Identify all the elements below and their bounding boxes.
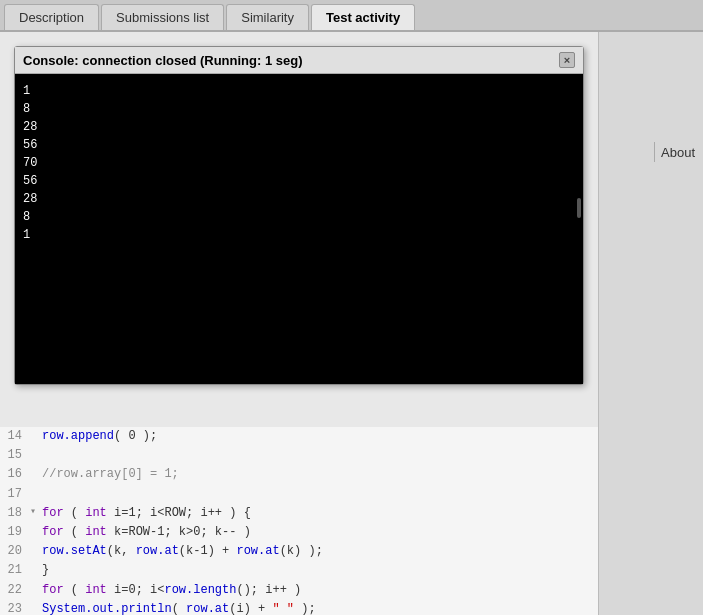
line-number: 18 (0, 504, 30, 523)
line-number: 21 (0, 561, 30, 580)
line-number: 15 (0, 446, 30, 465)
tab-submissions-list[interactable]: Submissions list (101, 4, 224, 30)
tab-test-activity[interactable]: Test activity (311, 4, 415, 30)
line-number: 17 (0, 485, 30, 504)
code-line: 14row.append( 0 ); (0, 427, 598, 446)
code-line: 15 (0, 446, 598, 465)
code-area: 14row.append( 0 );1516//row.array[0] = 1… (0, 427, 598, 615)
code-text: row.append( 0 ); (42, 427, 157, 446)
vertical-divider (654, 142, 655, 162)
console-line: 56 (23, 136, 575, 154)
console-line: 1 (23, 82, 575, 100)
about-section: About (599, 142, 703, 162)
code-line: 16//row.array[0] = 1; (0, 465, 598, 484)
console-output: 18285670562881 (15, 74, 583, 384)
line-number: 16 (0, 465, 30, 484)
code-line: 23 System.out.println( row.at(i) + " " )… (0, 600, 598, 615)
line-number: 23 (0, 600, 30, 615)
code-text: //row.array[0] = 1; (42, 465, 179, 484)
console-close-button[interactable]: × (559, 52, 575, 68)
console-line: 28 (23, 118, 575, 136)
code-text: for ( int i=0; i<row.length(); i++ ) (42, 581, 301, 600)
code-line: 20 row.setAt(k, row.at(k-1) + row.at(k) … (0, 542, 598, 561)
code-text: for ( int k=ROW-1; k>0; k-- ) (42, 523, 251, 542)
console-line: 56 (23, 172, 575, 190)
code-line: 17 (0, 485, 598, 504)
code-line: 19 for ( int k=ROW-1; k>0; k-- ) (0, 523, 598, 542)
code-line: 18▾for ( int i=1; i<ROW; i++ ) { (0, 504, 598, 523)
code-text: } (42, 561, 49, 580)
fold-arrow[interactable]: ▾ (30, 504, 42, 520)
line-number: 14 (0, 427, 30, 446)
line-number: 20 (0, 542, 30, 561)
code-text: row.setAt(k, row.at(k-1) + row.at(k) ); (42, 542, 323, 561)
right-panel: About (598, 32, 703, 615)
console-line: 70 (23, 154, 575, 172)
line-number: 22 (0, 581, 30, 600)
main-content: Console: connection closed (Running: 1 s… (0, 32, 703, 615)
console-line: 28 (23, 190, 575, 208)
tab-description[interactable]: Description (4, 4, 99, 30)
code-text: for ( int i=1; i<ROW; i++ ) { (42, 504, 251, 523)
console-line: 8 (23, 208, 575, 226)
console-line: 8 (23, 100, 575, 118)
console-title: Console: connection closed (Running: 1 s… (23, 53, 303, 68)
console-scrollbar[interactable] (577, 198, 581, 218)
console-modal: Console: connection closed (Running: 1 s… (14, 46, 584, 385)
console-line: 1 (23, 226, 575, 244)
tabs-bar: DescriptionSubmissions listSimilarityTes… (0, 0, 703, 32)
line-number: 19 (0, 523, 30, 542)
code-line: 22for ( int i=0; i<row.length(); i++ ) (0, 581, 598, 600)
code-line: 21} (0, 561, 598, 580)
tab-similarity[interactable]: Similarity (226, 4, 309, 30)
left-panel: Console: connection closed (Running: 1 s… (0, 32, 598, 615)
about-link[interactable]: About (661, 145, 695, 160)
code-text: System.out.println( row.at(i) + " " ); (42, 600, 316, 615)
console-titlebar: Console: connection closed (Running: 1 s… (15, 47, 583, 74)
